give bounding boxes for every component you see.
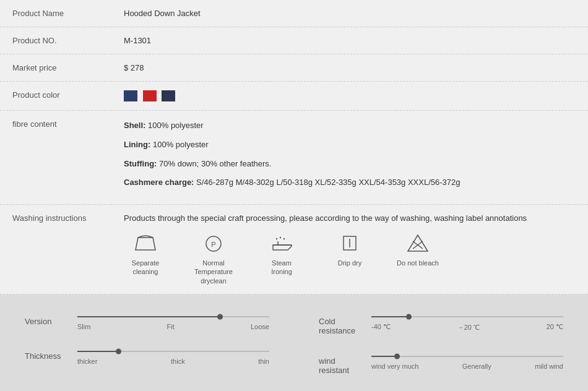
fibre-stuffing-text: 70% down; 30% other feathers. [157,159,271,168]
version-row: Version Slim Fit Loose [25,313,269,330]
wind-tick-much: wind very much [371,363,418,370]
thickness-row: Thickness thicker thick thin [25,348,269,365]
thickness-thumb [116,349,121,354]
thickness-track-active [77,351,116,352]
wash-icon-separate: Separatecleaning [124,233,167,277]
thickness-tick-thick: thick [171,358,185,365]
product-price-value: $ 278 [111,54,588,82]
thickness-ticks: thicker thick thin [77,358,269,365]
wind-slider-area: wind very much Generally mild wind [371,353,563,370]
washing-value: Products through the special craft proce… [111,205,588,294]
thickness-track-bg [77,351,269,352]
dripdry-icon [337,233,362,255]
cold-track-bg [371,316,563,317]
product-color-label: Product color [0,82,111,111]
wind-thumb [394,354,400,359]
fibre-shell-text: 100% polyester [145,121,203,130]
cold-ticks: -40 ℃ －20 ℃ 20 ℃ [371,323,563,332]
steam-icon [269,233,294,255]
product-name-value: Hooded Down Jacket [111,0,588,27]
wind-ticks: wind very much Generally mild wind [371,363,563,370]
version-label: Version [25,313,77,326]
dryclean-icon: P [201,233,226,255]
wind-tick-generally: Generally [462,363,491,370]
steam-label: SteamIroning [271,259,292,277]
color-swatch-red [143,90,157,101]
thickness-tick-thicker: thicker [77,358,97,365]
washing-desc: Products through the special craft proce… [124,213,576,223]
wind-track-wrapper [371,353,563,360]
product-color-row: Product color [0,82,588,111]
color-swatch-darknavy [162,90,175,101]
left-panel: Version Slim Fit Loose [25,313,294,391]
wash-icon-nobleach: Do not bleach [396,233,439,267]
fibre-lining-line: Lining: 100% polyester [124,139,576,152]
cold-label: Cold resistance [319,313,371,335]
product-no-value: M-1301 [111,27,588,54]
cold-row: Cold resistance -40 ℃ －20 ℃ 20 ℃ [319,313,563,335]
svg-point-4 [276,238,277,239]
product-name-label: Product Name [0,0,111,27]
thickness-slider-area: thicker thick thin [77,348,269,365]
fibre-content-label: fibre content [0,111,111,205]
wash-icon-dryclean: P Normal Temperaturedryclean [192,233,235,285]
washing-label: Washing instructions [0,205,111,294]
thickness-track-wrapper [77,348,269,355]
wash-icon-dripdry: Drip dry [328,233,371,267]
cold-tick-minus20: －20 ℃ [457,323,480,332]
svg-point-5 [280,237,281,238]
cold-track-active [371,316,406,317]
wash-icon-steam: SteamIroning [260,233,303,277]
dripdry-label: Drip dry [338,259,362,267]
separate-cleaning-label: Separatecleaning [132,259,160,277]
fibre-content-value: Shell: 100% polyester Lining: 100% polye… [111,111,588,205]
fibre-stuffing-bold: Stuffing: [124,159,157,168]
version-track-active [77,316,217,317]
fibre-stuffing-line: Stuffing: 70% down; 30% other feathers. [124,158,576,171]
fibre-shell-bold: Shell: [124,121,145,130]
product-no-row: Product NO. M-1301 [0,27,588,54]
fibre-lining-text: 100% polyester [150,140,208,149]
fibre-cashmere-line: Cashmere charge: S/46-287g M/48-302g L/5… [124,176,576,189]
fibre-shell-line: Shell: 100% polyester [124,119,576,132]
thickness-tick-thin: thin [258,358,269,365]
fibre-cashmere-bold: Cashmere charge: [124,178,194,187]
product-table: Product Name Hooded Down Jacket Product … [0,0,588,294]
wind-track-active [371,356,394,357]
wind-track-bg [371,356,563,357]
separate-cleaning-icon [133,233,158,255]
product-price-row: Market price $ 278 [0,54,588,82]
fibre-content-row: fibre content Shell: 100% polyester Lini… [0,111,588,205]
washing-icons: Separatecleaning P Normal Temperaturedry… [124,233,576,285]
fibre-lining-bold: Lining: [124,140,150,149]
version-tick-fit: Fit [167,323,175,330]
wind-row: wind resistant wind very much Generally … [319,353,563,375]
wind-tick-mild: mild wind [535,363,563,370]
product-price-label: Market price [0,54,111,82]
svg-marker-9 [408,235,428,251]
washing-row: Washing instructions Products through th… [0,205,588,294]
svg-text:P: P [211,241,215,248]
svg-point-6 [283,238,285,239]
color-swatch-navy [124,90,137,101]
version-thumb [217,314,223,320]
fibre-cashmere-text: S/46-287g M/48-302g L/50-318g XL/52-335g… [194,178,460,187]
product-no-label: Product NO. [0,27,111,54]
cold-track-wrapper [371,313,563,320]
product-color-swatches [111,82,588,111]
dryclean-label: Normal Temperaturedryclean [192,259,235,285]
version-slider-area: Slim Fit Loose [77,313,269,330]
version-tick-loose: Loose [251,323,269,330]
version-ticks: Slim Fit Loose [77,323,269,330]
cold-tick-minus40: -40 ℃ [371,323,391,332]
thickness-label: Thickness [25,348,77,361]
nobleach-icon [405,233,430,255]
wind-label: wind resistant [319,353,371,375]
cold-tick-20: 20 ℃ [547,323,563,332]
right-panel: Cold resistance -40 ℃ －20 ℃ 20 ℃ [294,313,563,391]
lower-section: Version Slim Fit Loose [0,294,588,391]
cold-slider-area: -40 ℃ －20 ℃ 20 ℃ [371,313,563,332]
product-name-row: Product Name Hooded Down Jacket [0,0,588,27]
nobleach-label: Do not bleach [397,259,439,267]
version-track-wrapper [77,313,269,320]
